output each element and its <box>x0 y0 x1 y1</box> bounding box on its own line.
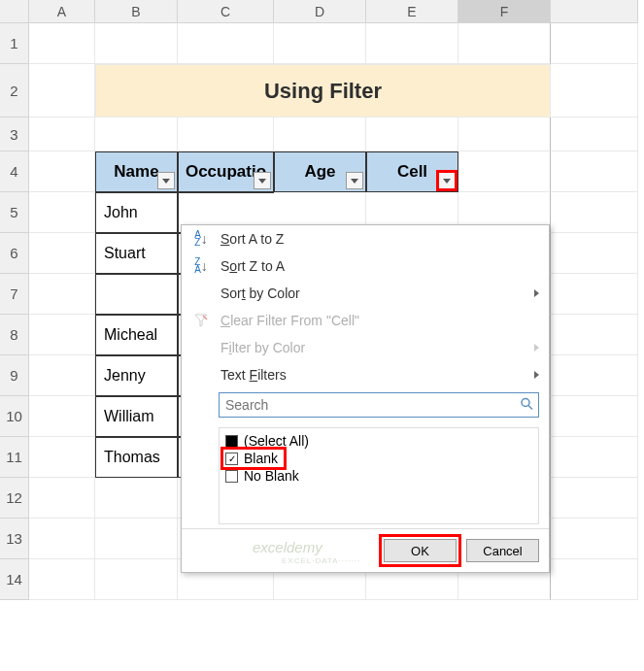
ok-button[interactable]: OK <box>384 539 457 562</box>
check-no-blank[interactable]: No Blank <box>223 467 534 485</box>
header-cell-label: Cell <box>397 162 427 182</box>
table-header-name[interactable]: Name <box>95 151 178 192</box>
sort-color-item[interactable]: Sort by Color <box>182 280 549 307</box>
clear-filter-item: Clear Filter From "Cell" <box>182 307 549 334</box>
cell-e1[interactable] <box>366 23 458 64</box>
check-select-all[interactable]: (Select All) <box>223 432 534 450</box>
filter-dropdown-icon[interactable] <box>254 172 271 189</box>
col-header-f[interactable]: F <box>458 0 551 23</box>
chevron-right-icon <box>534 289 539 297</box>
blank-label: Blank <box>244 451 278 466</box>
col-header-d[interactable]: D <box>274 0 366 23</box>
filter-dropdown-icon[interactable] <box>157 172 175 189</box>
no-blank-label: No Blank <box>244 468 299 484</box>
cell-name-6[interactable]: Stuart <box>95 233 178 274</box>
cell-f3[interactable] <box>458 117 551 151</box>
col-header-b[interactable]: B <box>95 0 178 23</box>
filter-dropdown: AZ↓ Sort A to Z ZA↓ Sort Z to A Sort by … <box>181 224 550 573</box>
cell-c3[interactable] <box>178 117 274 151</box>
search-input[interactable] <box>219 392 539 418</box>
table-header-age[interactable]: Age <box>274 151 366 192</box>
cell-name-7[interactable] <box>95 274 178 315</box>
row-header-4[interactable]: 4 <box>0 151 29 192</box>
row-header-6[interactable]: 6 <box>0 233 29 274</box>
cell-name-8[interactable]: Micheal <box>95 315 178 355</box>
sort-az-item[interactable]: AZ↓ Sort A to Z <box>182 225 549 252</box>
table-header-cell[interactable]: Cell <box>366 151 458 192</box>
filter-checklist: (Select All) ✓ Blank No Blank <box>219 427 539 524</box>
sort-color-label: Sort by Color <box>220 285 300 301</box>
row-header-14[interactable]: 14 <box>0 559 29 600</box>
cell-a4[interactable] <box>29 151 95 192</box>
table-header-occupation[interactable]: Occupatio <box>178 151 274 192</box>
cell-d1[interactable] <box>274 23 366 64</box>
sort-az-label: Sort A to Z <box>220 231 284 247</box>
check-blank[interactable]: ✓ Blank <box>223 450 284 467</box>
clear-filter-label: Clear Filter From "Cell" <box>220 313 359 328</box>
col-header-c[interactable]: C <box>178 0 274 23</box>
filter-color-item: Filter by Color <box>182 334 549 361</box>
sort-az-icon: AZ↓ <box>191 231 211 247</box>
header-name-label: Name <box>114 162 158 182</box>
checkbox-icon: ✓ <box>225 453 238 465</box>
svg-point-1 <box>522 399 529 407</box>
cell-a3[interactable] <box>29 117 95 151</box>
row-header-8[interactable]: 8 <box>0 315 29 355</box>
cell-name-10[interactable]: William <box>95 396 178 437</box>
chevron-right-icon <box>534 344 539 352</box>
cell-a1[interactable] <box>29 23 95 64</box>
cell-g1[interactable] <box>551 23 638 64</box>
sort-za-item[interactable]: ZA↓ Sort Z to A <box>182 252 549 280</box>
cell-a5[interactable] <box>29 192 95 233</box>
sort-za-label: Sort Z to A <box>220 258 285 274</box>
row-header-12[interactable]: 12 <box>0 478 29 519</box>
row-header-5[interactable]: 5 <box>0 192 29 233</box>
filter-color-label: Filter by Color <box>220 340 305 355</box>
text-filters-label: Text Filters <box>220 367 287 383</box>
filter-dropdown-icon[interactable] <box>438 172 456 189</box>
row-header-7[interactable]: 7 <box>0 274 29 315</box>
cell-a2[interactable] <box>29 64 95 117</box>
row-header-13[interactable]: 13 <box>0 519 29 559</box>
sort-za-icon: ZA↓ <box>191 258 211 274</box>
filter-dropdown-icon[interactable] <box>346 172 363 189</box>
cell-g4[interactable] <box>551 151 638 192</box>
row-header-2[interactable]: 2 <box>0 64 29 117</box>
cell-f4[interactable] <box>458 151 551 192</box>
col-header-e[interactable]: E <box>366 0 458 23</box>
col-header-a[interactable]: A <box>29 0 95 23</box>
cell-b1[interactable] <box>95 23 178 64</box>
chevron-right-icon <box>534 371 539 379</box>
funnel-clear-icon <box>191 314 211 327</box>
row-header-10[interactable]: 10 <box>0 396 29 437</box>
cell-g3[interactable] <box>551 117 638 151</box>
col-header-extra[interactable] <box>551 0 638 23</box>
cell-name-9[interactable]: Jenny <box>95 355 178 396</box>
cell-g2[interactable] <box>551 64 638 117</box>
cell-c1[interactable] <box>178 23 274 64</box>
select-all-label: (Select All) <box>244 433 309 449</box>
cell-f1[interactable] <box>458 23 551 64</box>
header-age-label: Age <box>304 162 335 182</box>
row-header-9[interactable]: 9 <box>0 355 29 396</box>
cell-b3[interactable] <box>95 117 178 151</box>
row-header-11[interactable]: 11 <box>0 437 29 478</box>
text-filters-item[interactable]: Text Filters <box>182 361 549 388</box>
page-title: Using Filter <box>95 64 551 117</box>
cell-e3[interactable] <box>366 117 458 151</box>
search-icon <box>520 397 533 414</box>
cell-d3[interactable] <box>274 117 366 151</box>
corner-cell[interactable] <box>0 0 29 23</box>
checkbox-icon <box>225 435 238 448</box>
cell-name-5[interactable]: John <box>95 192 178 233</box>
cancel-button[interactable]: Cancel <box>466 539 539 562</box>
checkbox-icon <box>225 470 238 483</box>
row-header-1[interactable]: 1 <box>0 23 29 64</box>
row-header-3[interactable]: 3 <box>0 117 29 151</box>
svg-line-2 <box>528 406 532 410</box>
cell-name-11[interactable]: Thomas <box>95 437 178 478</box>
